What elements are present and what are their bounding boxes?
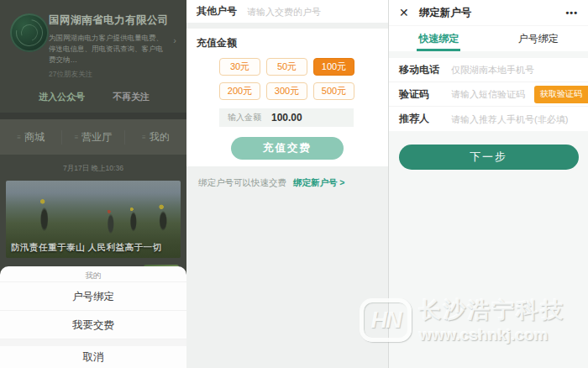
article-cover-photo[interactable]: 防汛责任重于泰山 人民利益高于一切: [6, 181, 181, 258]
referrer-input[interactable]: [451, 114, 588, 124]
recharge-amount-title: 充值金额: [197, 36, 388, 50]
action-sheet-title: 我的: [0, 266, 186, 282]
amount-input-label: 输入金额: [228, 112, 261, 124]
bind-hint-row: 绑定户号可以快速交费 绑定新户号 >: [186, 166, 388, 189]
menu-item-label: 我的: [150, 130, 170, 145]
chevron-right-icon[interactable]: ›: [173, 35, 176, 45]
account-header: 国网湖南省电力有限公司 为国网湖南电力客户提供电量电费、停送电信息、用电资讯查询…: [0, 0, 186, 80]
account-description: 为国网湖南电力客户提供电量电费、停送电信息、用电资讯查询、客户电费交纳…: [49, 33, 165, 65]
unfollow-button[interactable]: 不再关注: [113, 91, 150, 103]
menu-icon: ≡: [142, 134, 146, 141]
close-icon[interactable]: ✕: [399, 6, 409, 19]
tab-account-bind[interactable]: 户号绑定: [489, 26, 588, 51]
next-step-button[interactable]: 下一步: [399, 145, 579, 170]
other-account-row: 其他户号: [186, 0, 388, 23]
followers-count: 27位朋友关注: [49, 70, 175, 80]
divider: [0, 339, 186, 346]
divider: [0, 113, 186, 119]
recharge-panel: 其他户号 充值金额 30元 50元 100元 200元 300元 500元 输入…: [186, 0, 388, 368]
menu-icon: ≡: [75, 134, 79, 141]
menu-item-business-hall[interactable]: ≡ 营业厅: [61, 130, 123, 145]
bind-new-account-panel: ✕ 绑定新户号 ••• 快速绑定 户号绑定 移动电话 验证码 获取验证码 推荐人: [388, 0, 588, 368]
account-menu-bar: ≡ 商城 ≡ 营业厅 ≡ 我的: [0, 119, 186, 155]
recharge-pay-button[interactable]: 充值交费: [231, 137, 344, 160]
action-sheet-item-bind-account[interactable]: 户号绑定: [0, 282, 186, 311]
mobile-phone-row: 移动电话: [389, 58, 588, 82]
amount-option[interactable]: 30元: [219, 58, 260, 76]
action-sheet-item-pay[interactable]: 我要交费: [0, 311, 186, 339]
get-code-button[interactable]: 获取验证码: [534, 86, 588, 103]
menu-icon: ≡: [17, 134, 21, 141]
amount-options-grid: 30元 50元 100元 200元 300元 500元: [219, 58, 354, 100]
account-info: 国网湖南省电力有限公司 为国网湖南电力客户提供电量电费、停送电信息、用电资讯查询…: [49, 13, 178, 80]
bind-form: 移动电话 验证码 获取验证码 推荐人: [389, 58, 588, 131]
referrer-label: 推荐人: [399, 112, 451, 126]
recharge-amount-section: 充值金额 30元 50元 100元 200元 300元 500元 输入金额 充值…: [186, 29, 388, 166]
article-cover-caption: 防汛责任重于泰山 人民利益高于一切: [11, 242, 161, 254]
screenshot-stage: 国网湖南省电力有限公司 为国网湖南电力客户提供电量电费、停送电信息、用电资讯查询…: [0, 0, 588, 368]
bind-hint-text: 绑定户号可以快速交费: [198, 177, 286, 187]
account-number-input[interactable]: [247, 7, 378, 17]
verification-code-label: 验证码: [399, 87, 451, 102]
action-sheet-cancel-button[interactable]: 取消: [0, 346, 186, 368]
profile-actions: 进入公众号 不再关注: [0, 80, 186, 113]
message-timestamp: 7月17日 晚上10:36: [0, 164, 186, 174]
referrer-row: 推荐人: [389, 107, 588, 131]
amount-option[interactable]: 100元: [313, 58, 354, 76]
divider: [186, 23, 388, 29]
profile-panel: 国网湖南省电力有限公司 为国网湖南电力客户提供电量电费、停送电信息、用电资讯查询…: [0, 0, 186, 368]
account-logo-globe-icon: [10, 13, 49, 52]
enter-account-button[interactable]: 进入公众号: [39, 91, 85, 103]
menu-item-shop[interactable]: ≡ 商城: [0, 130, 61, 145]
amount-option[interactable]: 200元: [219, 82, 260, 100]
menu-item-mine[interactable]: ≡ 我的: [124, 130, 186, 145]
amount-option[interactable]: 300元: [266, 82, 307, 100]
tab-quick-bind[interactable]: 快速绑定: [389, 26, 489, 51]
amount-input-row: 输入金额: [219, 108, 354, 127]
amount-option[interactable]: 50元: [266, 58, 307, 76]
page-title: 绑定新户号: [419, 6, 472, 20]
menu-item-label: 商城: [24, 130, 45, 145]
more-menu-icon[interactable]: •••: [565, 8, 578, 18]
mobile-phone-input[interactable]: [451, 65, 588, 75]
bind-tabs: 快速绑定 户号绑定: [389, 25, 588, 51]
bind-new-account-link[interactable]: 绑定新户号 >: [293, 177, 345, 187]
menu-item-label: 营业厅: [81, 130, 112, 145]
account-name: 国网湖南省电力有限公司: [49, 13, 175, 28]
verification-code-row: 验证码 获取验证码: [389, 82, 588, 107]
amount-value-input[interactable]: [271, 112, 354, 124]
page-header: ✕ 绑定新户号 •••: [389, 0, 588, 25]
action-sheet: 我的 户号绑定 我要交费 取消: [0, 266, 186, 368]
verification-code-input[interactable]: [451, 89, 534, 99]
divider: [389, 51, 588, 58]
other-account-label: 其他户号: [197, 4, 237, 18]
amount-option[interactable]: 500元: [313, 82, 354, 100]
mobile-phone-label: 移动电话: [399, 63, 451, 77]
